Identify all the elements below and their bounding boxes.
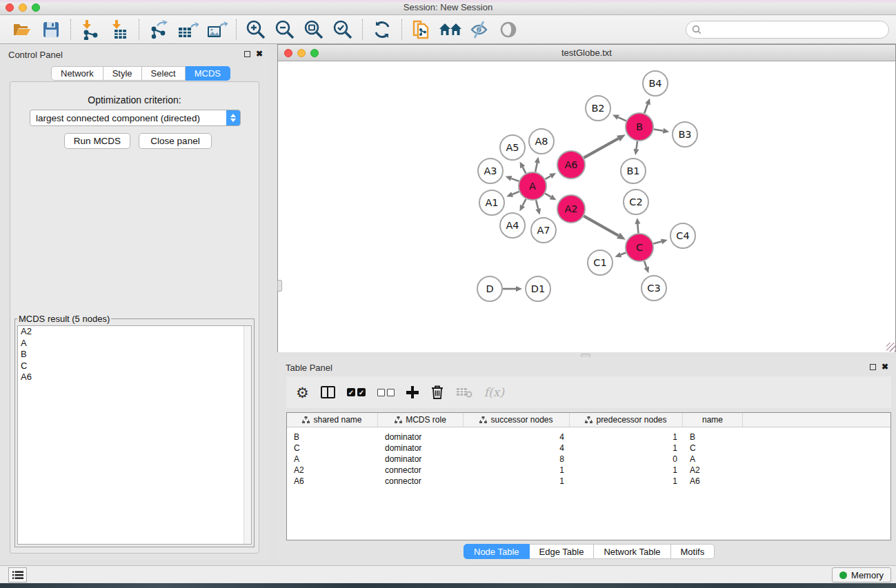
graph-edge-A2-C[interactable] [584, 216, 618, 235]
function-builder-icon[interactable]: f(x) [484, 382, 504, 403]
close-window-button[interactable] [6, 3, 14, 12]
search-input[interactable] [706, 25, 883, 35]
close-network-button[interactable] [284, 49, 292, 57]
table-row[interactable]: B dominator 4 1 B [287, 432, 890, 443]
duplicate-network-icon[interactable] [409, 18, 434, 41]
cell-mcds-role[interactable]: connector [378, 465, 464, 475]
cell-shared-name[interactable]: B [287, 432, 378, 442]
network-canvas[interactable]: AA1A2A3A4A5A6A7A8BB1B2B3B4CC1C2C3C4DD1 [278, 62, 895, 352]
cell-successor-nodes[interactable]: 4 [464, 432, 570, 442]
tab-edge-table[interactable]: Edge Table [530, 544, 595, 559]
zoom-fit-icon[interactable] [301, 18, 326, 41]
close-panel-button[interactable]: Close panel [139, 133, 212, 149]
maximize-window-button[interactable] [32, 3, 40, 12]
cell-name[interactable]: C [683, 443, 743, 453]
criterion-select[interactable]: largest connected component (directed) [30, 110, 241, 126]
table-row[interactable]: A6 connector 1 1 A6 [287, 476, 890, 487]
column-header-name[interactable]: name [683, 413, 743, 427]
task-history-button[interactable] [8, 567, 27, 582]
settings-gear-icon[interactable]: ⚙ [296, 382, 309, 403]
birds-eye-view-icon[interactable] [496, 18, 521, 41]
float-panel-icon[interactable] [244, 51, 250, 57]
export-network-icon[interactable] [146, 18, 171, 41]
search-field[interactable] [686, 21, 889, 39]
graph-edge-A-A1[interactable] [512, 192, 519, 194]
cell-mcds-role[interactable]: dominator [378, 443, 464, 453]
cell-successor-nodes[interactable]: 1 [464, 465, 570, 475]
tab-network-table[interactable]: Network Table [594, 544, 670, 559]
cell-name[interactable]: A6 [683, 476, 743, 486]
graph-edge-A-A6[interactable] [545, 176, 550, 179]
open-file-icon[interactable] [10, 18, 34, 41]
minimize-network-button[interactable] [297, 49, 306, 57]
maximize-network-button[interactable] [310, 49, 319, 57]
graph-edge-A-A5[interactable] [523, 167, 526, 173]
graph-edge-B-B3[interactable] [654, 129, 664, 130]
graph-edge-A-A8[interactable] [535, 163, 537, 172]
cell-predecessor-nodes[interactable]: 0 [570, 454, 683, 464]
tab-style[interactable]: Style [103, 66, 142, 81]
close-panel-icon[interactable]: ✖ [882, 362, 888, 372]
graph-edge-B-B1[interactable] [636, 141, 637, 150]
resize-grip-icon[interactable] [886, 343, 895, 352]
refresh-layout-icon[interactable] [370, 18, 395, 41]
graph-edge-A-A2[interactable] [545, 194, 551, 197]
graph-edge-A6-B[interactable] [584, 139, 618, 158]
graph-edge-C-C4[interactable] [653, 241, 661, 243]
minimize-window-button[interactable] [19, 3, 27, 12]
network-window-titlebar[interactable]: testGlobe.txt [278, 45, 895, 61]
cell-predecessor-nodes[interactable]: 1 [570, 476, 683, 486]
list-item[interactable]: A2 [18, 326, 251, 338]
run-mcds-button[interactable]: Run MCDS [64, 133, 130, 149]
cell-predecessor-nodes[interactable]: 1 [570, 443, 683, 453]
graph-edge-B-B4[interactable] [644, 104, 648, 113]
zoom-out-icon[interactable] [272, 18, 297, 41]
scrollbar[interactable] [243, 326, 251, 544]
list-item[interactable]: A [18, 338, 251, 349]
show-columns-icon[interactable] [321, 382, 335, 403]
float-panel-icon[interactable] [870, 364, 876, 370]
cell-predecessor-nodes[interactable]: 1 [570, 465, 683, 475]
hide-graphics-details-icon[interactable] [467, 18, 492, 41]
save-session-icon[interactable] [39, 18, 63, 41]
list-item[interactable]: A6 [18, 372, 251, 383]
tab-network[interactable]: Network [51, 66, 103, 81]
home-icon[interactable] [438, 18, 463, 41]
graph-edge-C-C1[interactable] [621, 253, 626, 255]
cell-shared-name[interactable]: A [287, 454, 378, 464]
add-column-icon[interactable] [406, 382, 419, 403]
cell-mcds-role[interactable]: dominator [378, 454, 464, 464]
zoom-in-icon[interactable] [243, 18, 268, 41]
splitter-grip[interactable] [277, 280, 282, 292]
graph-edge-A-A4[interactable] [523, 199, 526, 206]
tab-mcds[interactable]: MCDS [186, 66, 230, 81]
list-item[interactable]: C [18, 361, 251, 372]
export-table-icon[interactable] [175, 18, 200, 41]
table-row[interactable]: C dominator 4 1 C [287, 443, 890, 454]
cell-name[interactable]: A [683, 454, 743, 464]
cell-shared-name[interactable]: A6 [287, 476, 378, 486]
cell-successor-nodes[interactable]: 1 [464, 476, 570, 486]
column-header-successor-nodes[interactable]: successor nodes [464, 413, 570, 427]
cell-mcds-role[interactable]: dominator [378, 432, 464, 442]
graph-edge-A-A7[interactable] [536, 200, 538, 209]
cell-shared-name[interactable]: C [287, 443, 378, 453]
delete-column-icon[interactable] [430, 382, 444, 403]
table-row[interactable]: A dominator 8 0 A [287, 454, 890, 465]
table-row[interactable]: A2 connector 1 1 A2 [287, 465, 890, 476]
cell-name[interactable]: A2 [683, 465, 743, 475]
delete-table-icon[interactable] [456, 382, 472, 403]
graph-edge-B-B2[interactable] [618, 117, 626, 121]
column-header-mcds-role[interactable]: MCDS role [378, 413, 464, 427]
column-header-predecessor-nodes[interactable]: predecessor nodes [570, 413, 683, 427]
cell-mcds-role[interactable]: connector [378, 476, 464, 486]
tab-select[interactable]: Select [142, 66, 186, 81]
graph-edge-C-C2[interactable] [637, 224, 638, 233]
cell-successor-nodes[interactable]: 4 [464, 443, 570, 453]
tab-motifs[interactable]: Motifs [671, 544, 715, 559]
graph-edge-A-A3[interactable] [511, 179, 519, 181]
select-all-icon[interactable]: ✓✓ [347, 382, 366, 403]
export-image-icon[interactable] [204, 18, 229, 41]
close-panel-icon[interactable]: ✖ [256, 49, 263, 59]
tab-node-table[interactable]: Node Table [464, 544, 530, 559]
